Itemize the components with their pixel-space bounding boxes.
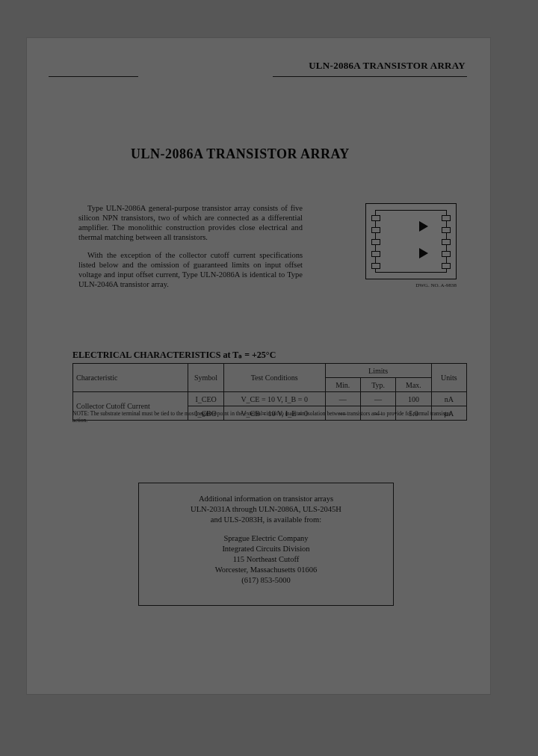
datasheet-page: ULN-2086A TRANSISTOR ARRAY ULN-2086A TRA… [26, 37, 491, 695]
col-max: Max. [396, 378, 431, 392]
col-limits: Limits [325, 364, 431, 378]
info-line-3: and ULS-2083H, is available from: [211, 515, 321, 524]
address-line-2: Worcester, Massachusetts 01606 [215, 566, 318, 574]
pin-icon [371, 215, 380, 221]
transistor-icon [419, 248, 428, 258]
pin-icon [371, 239, 380, 245]
division-name: Integrated Circuits Division [222, 545, 309, 553]
cell-typ: — [360, 392, 395, 406]
info-line-2: ULN-2031A through ULN-2086A, ULS-2045H [191, 505, 341, 513]
col-test-conditions: Test Conditions [223, 364, 325, 392]
info-contact: Sprague Electric Company Integrated Circ… [146, 533, 386, 586]
phone-number: (617) 853-5000 [241, 576, 291, 584]
header-right-title: ULN-2086A TRANSISTOR ARRAY [309, 60, 466, 72]
pin-icon [442, 227, 451, 233]
table-note: NOTE: The substrate terminal must be tie… [72, 411, 467, 424]
package-diagram [365, 203, 457, 279]
table-row: Collector Cutoff Current I_CEO V_CE = 10… [73, 392, 467, 406]
col-min: Min. [325, 378, 360, 392]
intro-paragraph-1: Type ULN-2086A general-purpose transisto… [78, 203, 303, 243]
col-characteristic: Characteristic [73, 364, 188, 392]
col-units: Units [431, 364, 466, 392]
col-symbol: Symbol [188, 364, 223, 392]
col-typ: Typ. [360, 378, 395, 392]
pin-icon [371, 263, 380, 269]
intro-paragraph-2: With the exception of the collector cuto… [78, 250, 303, 290]
electrical-characteristics-heading: ELECTRICAL CHARACTERISTICS at Tₐ = +25°C [72, 350, 276, 361]
intro-text: Type ULN-2086A general-purpose transisto… [78, 203, 303, 297]
info-line-1: Additional information on transistor arr… [199, 495, 333, 503]
header-rule-left [49, 76, 138, 77]
page-title: ULN-2086A TRANSISTOR ARRAY [131, 146, 350, 162]
page-header: ULN-2086A TRANSISTOR ARRAY [26, 37, 491, 90]
pin-icon [371, 251, 380, 257]
header-rule-right [273, 76, 467, 77]
address-line-1: 115 Northeast Cutoff [233, 555, 300, 563]
pin-icon [442, 215, 451, 221]
transistor-icon [419, 221, 428, 232]
pin-icon [442, 263, 451, 269]
cell-min: — [325, 392, 360, 406]
cell-units: nA [431, 392, 466, 406]
diagram-caption: DWG. NO. A-9838 [415, 282, 457, 288]
diagram-outline [375, 210, 447, 273]
pin-icon [371, 227, 380, 233]
cell-symbol: I_CEO [188, 392, 223, 406]
cell-max: 100 [396, 392, 431, 406]
pin-icon [442, 239, 451, 245]
additional-info-box: Additional information on transistor arr… [138, 483, 394, 606]
table-header-row-1: Characteristic Symbol Test Conditions Li… [73, 364, 467, 378]
cell-conditions: V_CE = 10 V, I_B = 0 [223, 392, 325, 406]
pin-icon [442, 251, 451, 257]
company-name: Sprague Electric Company [223, 534, 308, 542]
info-intro: Additional information on transistor arr… [146, 494, 386, 526]
